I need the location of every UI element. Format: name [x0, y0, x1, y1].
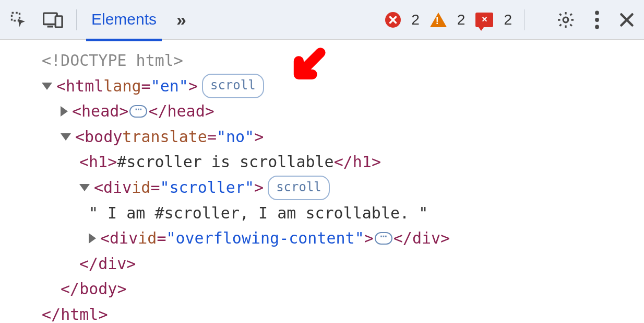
svg-point-7	[595, 18, 599, 22]
svg-rect-2	[55, 16, 62, 27]
svg-point-8	[595, 25, 599, 29]
svg-point-5	[563, 17, 568, 22]
dom-html-close[interactable]: </html>	[10, 302, 634, 323]
console-status[interactable]: 2 2 × 2	[385, 11, 512, 28]
disclosure-triangle-icon[interactable]	[79, 184, 90, 191]
warning-count: 2	[457, 11, 466, 28]
toolbar-right	[556, 10, 635, 29]
error-icon	[385, 12, 401, 28]
more-tabs-icon[interactable]: »	[176, 9, 186, 30]
scroll-badge[interactable]: scroll	[268, 176, 330, 200]
message-count: 2	[504, 11, 512, 28]
dom-body-close[interactable]: </body>	[10, 276, 634, 302]
ellipsis-icon[interactable]: ⋯	[375, 232, 392, 245]
inspect-tools	[9, 10, 64, 29]
toolbar-divider	[524, 9, 525, 30]
dom-div-close[interactable]: </div>	[10, 251, 634, 277]
disclosure-triangle-icon[interactable]	[89, 233, 96, 244]
dom-div-scroller[interactable]: <div id="scroller"> scroll	[10, 175, 634, 201]
disclosure-triangle-icon[interactable]	[42, 83, 52, 90]
dom-body-open[interactable]: <body translate="no">	[10, 124, 634, 150]
settings-icon[interactable]	[556, 10, 575, 29]
disclosure-triangle-icon[interactable]	[61, 133, 71, 141]
elements-panel[interactable]: <!DOCTYPE html> <html lang="en"> scroll …	[0, 40, 644, 323]
message-icon: ×	[475, 13, 493, 27]
devtools-toolbar: Elements » 2 2 × 2	[0, 0, 644, 40]
close-icon[interactable]	[619, 12, 635, 28]
annotation-arrow-icon	[287, 40, 329, 108]
dom-div-overflow[interactable]: <div id="overflowing-content"> ⋯ </div>	[10, 226, 634, 251]
device-toggle-icon[interactable]	[43, 11, 64, 29]
warning-icon	[430, 13, 447, 27]
svg-point-6	[595, 10, 599, 15]
kebab-menu-icon[interactable]	[594, 10, 600, 29]
scroll-badge[interactable]: scroll	[202, 74, 264, 98]
dom-text-node[interactable]: " I am #scroller, I am scrollable. "	[10, 201, 634, 226]
disclosure-triangle-icon[interactable]	[61, 106, 68, 117]
inspect-element-icon[interactable]	[9, 10, 28, 29]
tab-elements[interactable]: Elements	[89, 10, 159, 29]
ellipsis-icon[interactable]: ⋯	[129, 105, 147, 118]
toolbar-divider	[76, 9, 77, 30]
dom-h1[interactable]: <h1>#scroller is scrollable</h1>	[10, 149, 634, 175]
error-count: 2	[411, 11, 420, 28]
